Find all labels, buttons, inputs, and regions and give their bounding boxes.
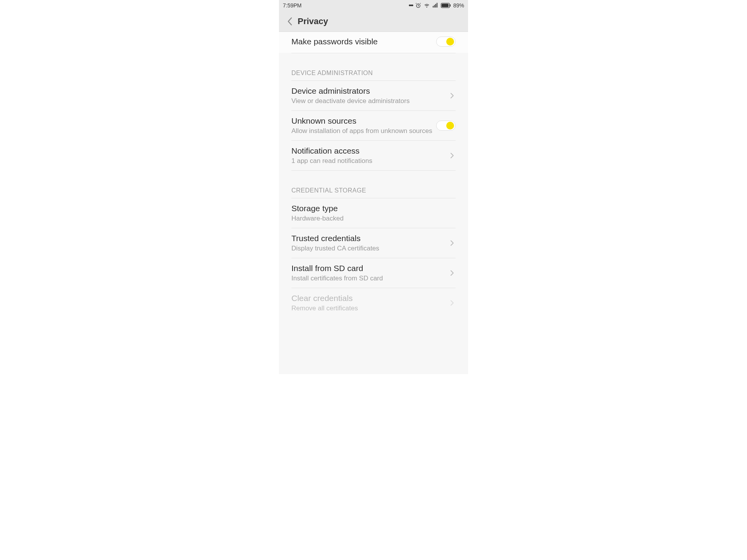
chevron-right-icon [449,240,456,247]
battery-percent: 89% [453,2,464,9]
title-bar: Privacy [279,11,468,32]
phone-frame: 7:59PM ••• 89% Privacy Make pa [279,0,468,374]
status-icons: ••• 89% [409,2,464,9]
svg-rect-1 [433,6,433,7]
row-subtitle: View or deactivate device administrators [291,97,449,105]
row-subtitle: Install certificates from SD card [291,275,449,282]
battery-icon [441,3,451,8]
row-subtitle: Remove all certificates [291,304,449,312]
toggle-knob [446,122,454,130]
row-subtitle: Display trusted CA certificates [291,245,449,252]
bottom-padding [279,318,468,341]
row-make-passwords-visible[interactable]: Make passwords visible [279,32,468,53]
row-trusted-credentials[interactable]: Trusted credentials Display trusted CA c… [279,228,468,258]
svg-rect-7 [450,4,451,7]
svg-rect-3 [435,4,436,7]
section-header-device-administration: DEVICE ADMINISTRATION [279,70,468,80]
chevron-left-icon [287,17,293,26]
row-title: Device administrators [291,86,449,96]
chevron-right-icon [449,152,456,159]
row-subtitle: Allow installation of apps from unknown … [291,127,436,135]
back-button[interactable] [284,16,295,27]
row-subtitle: Hardware-backed [291,215,456,222]
row-title: Make passwords visible [291,37,436,46]
row-title: Storage type [291,204,456,213]
page-title: Privacy [298,16,328,26]
status-bar: 7:59PM ••• 89% [279,0,468,11]
row-title: Trusted credentials [291,234,449,243]
row-unknown-sources[interactable]: Unknown sources Allow installation of ap… [279,111,468,140]
row-install-from-sd[interactable]: Install from SD card Install certificate… [279,258,468,288]
chevron-right-icon [449,270,456,276]
row-notification-access[interactable]: Notification access 1 app can read notif… [279,141,468,170]
svg-rect-4 [437,3,437,7]
row-subtitle: 1 app can read notifications [291,157,449,165]
row-storage-type[interactable]: Storage type Hardware-backed [279,198,468,228]
svg-rect-6 [442,4,449,7]
settings-list: Make passwords visible DEVICE ADMINISTRA… [279,32,468,374]
toggle-unknown-sources[interactable] [436,121,456,131]
alarm-icon [415,2,421,9]
svg-rect-2 [434,5,435,8]
toggle-make-passwords-visible[interactable] [436,37,456,47]
row-title: Clear credentials [291,294,449,303]
chevron-right-icon [449,299,456,306]
section-header-credential-storage: CREDENTIAL STORAGE [279,187,468,198]
section-gap [279,53,468,70]
row-clear-credentials: Clear credentials Remove all certificate… [279,288,468,318]
toggle-knob [446,38,454,46]
row-device-administrators[interactable]: Device administrators View or deactivate… [279,81,468,110]
more-icon: ••• [409,2,413,9]
row-title: Install from SD card [291,264,449,273]
wifi-icon [424,2,430,9]
chevron-right-icon [449,92,456,99]
row-title: Unknown sources [291,116,436,126]
row-title: Notification access [291,146,449,156]
status-time: 7:59PM [283,2,302,9]
signal-icon [432,2,438,9]
section-gap [279,171,468,187]
